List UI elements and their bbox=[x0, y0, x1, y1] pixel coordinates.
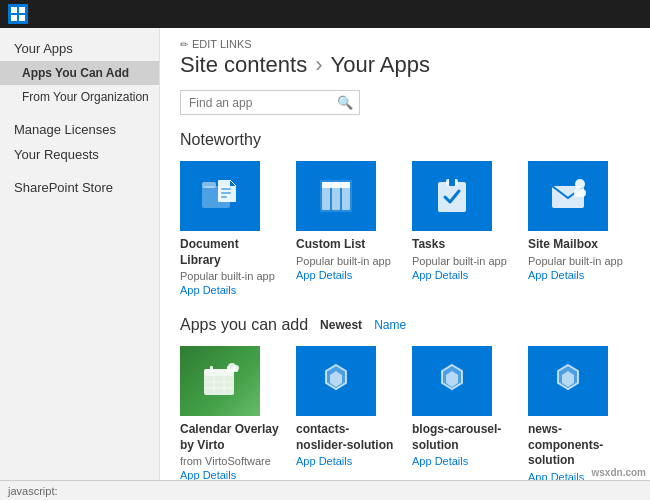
svg-rect-5 bbox=[221, 188, 231, 190]
main-content: ✏ EDIT LINKS Site contents › Your Apps 🔍… bbox=[160, 28, 650, 500]
content-area: Your Apps Apps You Can Add From Your Org… bbox=[0, 28, 650, 500]
breadcrumb: Site contents › Your Apps bbox=[180, 52, 630, 78]
svg-rect-7 bbox=[221, 196, 227, 198]
breadcrumb-current: Your Apps bbox=[331, 52, 431, 78]
app-details-doc-library[interactable]: App Details bbox=[180, 284, 236, 296]
app-name-doc-library: Document Library bbox=[180, 237, 280, 268]
app-name-blogs-carousel: blogs-carousel-solution bbox=[412, 422, 512, 453]
app-details-blogs-carousel[interactable]: App Details bbox=[412, 455, 468, 467]
sidebar-item-your-requests[interactable]: Your Requests bbox=[0, 142, 159, 167]
status-bar: javascript: bbox=[0, 480, 650, 500]
app-card-blogs-carousel[interactable]: blogs-carousel-solution App Details bbox=[412, 346, 512, 483]
svg-rect-12 bbox=[322, 182, 350, 188]
app-name-tasks: Tasks bbox=[412, 237, 445, 253]
app-details-contacts-noslider[interactable]: App Details bbox=[296, 455, 352, 467]
sort-name-link[interactable]: Name bbox=[374, 318, 406, 332]
app-icon-blogs-carousel bbox=[412, 346, 492, 416]
sort-newest-link[interactable]: Newest bbox=[320, 318, 362, 332]
app-details-custom-list[interactable]: App Details bbox=[296, 269, 352, 281]
sidebar-item-sharepoint-store[interactable]: SharePoint Store bbox=[0, 175, 159, 200]
sidebar-item-your-apps[interactable]: Your Apps bbox=[0, 36, 159, 61]
app-card-calendar-overlay[interactable]: Calendar Overlay by Virto from VirtoSoft… bbox=[180, 346, 280, 483]
sidebar-item-apps-you-can-add[interactable]: Apps You Can Add bbox=[0, 61, 159, 85]
search-input[interactable] bbox=[181, 92, 331, 114]
app-name-custom-list: Custom List bbox=[296, 237, 365, 253]
app-name-news-components: news-components-solution bbox=[528, 422, 628, 469]
pencil-icon: ✏ bbox=[180, 39, 188, 50]
app-subtitle-calendar-overlay: from VirtoSoftware bbox=[180, 455, 271, 467]
app-card-news-components[interactable]: news-components-solution App Details bbox=[528, 346, 628, 483]
app-details-site-mailbox[interactable]: App Details bbox=[528, 269, 584, 281]
app-name-site-mailbox: Site Mailbox bbox=[528, 237, 598, 253]
app-card-site-mailbox[interactable]: Site Mailbox Popular built-in app App De… bbox=[528, 161, 628, 296]
breadcrumb-separator: › bbox=[315, 52, 322, 78]
app-details-tasks[interactable]: App Details bbox=[412, 269, 468, 281]
app-name-calendar-overlay: Calendar Overlay by Virto bbox=[180, 422, 280, 453]
noteworthy-title: Noteworthy bbox=[180, 131, 630, 149]
noteworthy-grid: Document Library Popular built-in app Ap… bbox=[180, 161, 630, 296]
breadcrumb-parent[interactable]: Site contents bbox=[180, 52, 307, 78]
app-subtitle-tasks: Popular built-in app bbox=[412, 255, 507, 267]
app-icon-doc-library bbox=[180, 161, 260, 231]
search-bar[interactable]: 🔍 bbox=[180, 90, 360, 115]
apps-you-can-add-header: Apps you can add Newest Name bbox=[180, 316, 630, 334]
sidebar-divider-1 bbox=[0, 109, 159, 117]
apps-you-can-add-title: Apps you can add bbox=[180, 316, 308, 334]
svg-point-17 bbox=[575, 179, 585, 189]
windows-logo-icon bbox=[8, 4, 28, 24]
app-card-doc-library[interactable]: Document Library Popular built-in app Ap… bbox=[180, 161, 280, 296]
app-name-contacts-noslider: contacts-noslider-solution bbox=[296, 422, 396, 453]
sidebar-divider-2 bbox=[0, 167, 159, 175]
app-icon-site-mailbox bbox=[528, 161, 608, 231]
search-button[interactable]: 🔍 bbox=[331, 91, 359, 114]
app-subtitle-doc-library: Popular built-in app bbox=[180, 270, 275, 282]
app-icon-news-components bbox=[528, 346, 608, 416]
svg-rect-29 bbox=[230, 369, 238, 372]
app-card-tasks[interactable]: Tasks Popular built-in app App Details bbox=[412, 161, 512, 296]
app-subtitle-site-mailbox: Popular built-in app bbox=[528, 255, 623, 267]
app-subtitle-custom-list: Popular built-in app bbox=[296, 255, 391, 267]
app-icon-contacts-noslider bbox=[296, 346, 376, 416]
app-icon-tasks bbox=[412, 161, 492, 231]
app-icon-custom-list bbox=[296, 161, 376, 231]
status-text: javascript: bbox=[8, 485, 58, 497]
top-bar bbox=[0, 0, 650, 28]
svg-rect-13 bbox=[438, 182, 466, 212]
app-card-contacts-noslider[interactable]: contacts-noslider-solution App Details bbox=[296, 346, 396, 483]
edit-links-bar[interactable]: ✏ EDIT LINKS bbox=[180, 38, 630, 50]
svg-rect-25 bbox=[210, 366, 213, 372]
watermark: wsxdn.com bbox=[592, 467, 646, 478]
svg-rect-6 bbox=[221, 192, 231, 194]
sidebar-item-manage-licenses[interactable]: Manage Licenses bbox=[0, 117, 159, 142]
sidebar-item-from-your-org[interactable]: From Your Organization bbox=[0, 85, 159, 109]
sidebar: Your Apps Apps You Can Add From Your Org… bbox=[0, 28, 160, 500]
svg-rect-18 bbox=[574, 189, 586, 197]
app-icon-calendar-overlay bbox=[180, 346, 260, 416]
svg-rect-1 bbox=[202, 182, 216, 188]
apps-you-can-add-grid: Calendar Overlay by Virto from VirtoSoft… bbox=[180, 346, 630, 483]
svg-rect-15 bbox=[449, 178, 455, 186]
app-card-custom-list[interactable]: Custom List Popular built-in app App Det… bbox=[296, 161, 396, 296]
